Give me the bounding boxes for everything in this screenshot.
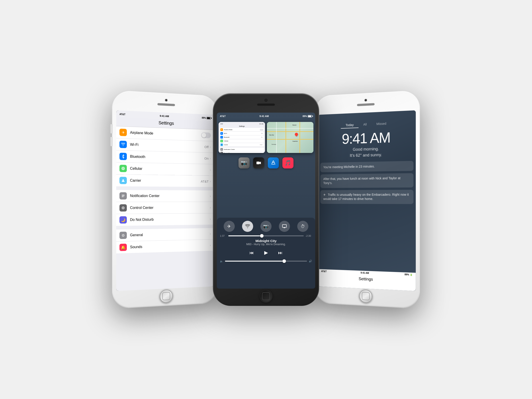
svg-point-2 — [123, 168, 123, 169]
notif-text-3: Traffic is unusually heavy on the Embarc… — [323, 193, 409, 201]
app-icon-camera[interactable]: 📷 — [239, 157, 250, 168]
screen-right: Today All Missed 9:41 AM Good morning.It… — [318, 110, 416, 291]
cc-airplay-btn[interactable] — [279, 221, 290, 232]
settings-section-system: Notification Center › — [116, 190, 214, 226]
notif-card-3: ✈ Traffic is unusually heavy on the Emba… — [320, 190, 413, 204]
general-icon: ⚙ — [120, 232, 127, 239]
cc-song-title: Midnight City — [220, 239, 312, 243]
svg-rect-9 — [256, 162, 260, 164]
app-icon-video[interactable] — [253, 157, 264, 168]
home-btn-right[interactable] — [359, 289, 372, 303]
bluetooth-label: Bluetooth — [130, 154, 205, 160]
app-thumb-settings[interactable]: AT&T9:41 AM Settings ✈ Airplane Mode — [219, 122, 265, 153]
app-icons-row: 📷 — [217, 156, 315, 170]
tab-all[interactable]: All — [358, 121, 372, 128]
battery-center: 89% — [303, 115, 312, 117]
carrier-left: AT&T — [120, 113, 126, 115]
app-thumb-maps[interactable]: Newark Palo Alto Cupertino Saratoga — [267, 122, 313, 153]
screen-left: AT&T 9:41 AM 89% Settings — [116, 110, 214, 291]
notif-center-chevron: › — [210, 194, 211, 198]
speaker-camera-left — [157, 98, 175, 106]
cc-play-btn[interactable]: ▶ — [260, 247, 272, 258]
home-btn-center[interactable] — [259, 290, 273, 303]
settings-section-network: ✈ Airplane Mode — [116, 126, 214, 187]
speaker-camera-right — [357, 98, 375, 106]
svg-rect-5 — [122, 196, 124, 196]
settings-item-carrier[interactable]: Carrier AT&T › — [116, 174, 214, 187]
bluetooth-icon — [120, 153, 127, 160]
mini-item-airplane: ✈ Airplane Mode — [219, 128, 264, 132]
cc-volume-row: 🔈 🔊 — [220, 260, 312, 263]
notif-text-1: You're meeting Michelle in 23 minutes. — [323, 165, 375, 169]
time-left: 9:41 AM — [160, 115, 169, 118]
general-chevron: › — [210, 232, 211, 235]
carrier-value: AT&T — [201, 179, 209, 183]
phone-left: AT&T 9:41 AM 89% Settings — [113, 93, 213, 306]
mini-item-notif: ≡ Notification Center › — [219, 148, 264, 151]
settings-item-sounds[interactable]: 🔔 Sounds › — [116, 239, 214, 253]
settings-item-general[interactable]: ⚙ General › — [116, 228, 214, 242]
settings-item-dnd[interactable]: 🌙 Do Not Disturb › — [116, 213, 214, 226]
wifi-label: Wi-Fi — [130, 143, 205, 149]
volume-up-left[interactable] — [110, 124, 112, 133]
cc-camera-btn[interactable]: 📷 — [260, 221, 272, 232]
cc-wifi-btn[interactable] — [242, 221, 253, 232]
cc-airplane-btn[interactable]: ✈ — [224, 221, 235, 232]
traffic-icon: ✈ — [323, 193, 326, 197]
settings-item-cellular[interactable]: Cellular › — [116, 163, 214, 176]
sounds-label: Sounds — [130, 243, 210, 249]
cc-rewind-btn[interactable]: ⏮ — [249, 250, 254, 255]
app-icon-appstore[interactable] — [268, 157, 279, 168]
battery-pct-center: 89% — [303, 115, 307, 117]
cc-song-artist: M83 - Hurry Up, We're Dreaming. — [220, 243, 312, 246]
notif-bottom-time: 9:41 AM — [361, 272, 369, 274]
camera-center — [265, 99, 267, 102]
notification-center-screen: Today All Missed 9:41 AM Good morning.It… — [318, 110, 416, 291]
wifi-chevron: › — [210, 145, 211, 149]
mini-status: AT&T9:41 AM — [219, 123, 264, 125]
dnd-label: Do Not Disturb — [130, 217, 210, 222]
cc-timer-btn[interactable]: ⏱ — [297, 221, 308, 232]
camera-left — [165, 99, 168, 102]
mini-item-carrier: 👤 Carrier AT&T › — [219, 143, 264, 147]
phone-center: AT&T 9:41 AM 89% — [213, 93, 319, 306]
cc-top-icons: ✈ 📷 — [220, 221, 312, 232]
notif-center-label: Notification Center — [130, 194, 210, 198]
settings-item-notif[interactable]: Notification Center › — [116, 190, 214, 202]
svg-point-8 — [123, 208, 123, 208]
airplane-toggle[interactable] — [201, 132, 211, 138]
mini-maps: Newark Palo Alto Cupertino Saratoga — [267, 122, 313, 153]
app-icon-music[interactable]: 🎵 — [282, 157, 293, 168]
notif-bottom-battery: 89% 🔋 — [405, 273, 412, 276]
mini-settings-title: Settings — [219, 125, 264, 128]
airplane-label: Airplane Mode — [130, 131, 201, 137]
settings-item-control[interactable]: Control Center › — [116, 202, 214, 214]
battery-pct-left: 89% — [202, 117, 206, 119]
carrier-label: Carrier — [130, 178, 201, 183]
speaker-right — [357, 103, 375, 106]
battery-icon-left — [207, 117, 211, 120]
home-btn-inner-right — [362, 292, 370, 300]
notif-bottom-bar: AT&T 9:41 AM 89% 🔋 Settings — [318, 269, 416, 291]
tab-missed[interactable]: Missed — [372, 120, 391, 127]
volume-down-left[interactable] — [110, 137, 112, 146]
cc-forward-btn[interactable]: ⏭ — [278, 250, 283, 255]
cc-volume-track[interactable] — [225, 261, 307, 262]
notif-greeting: Good morning.It's 62° and sunny. — [318, 145, 416, 159]
home-btn-left[interactable] — [160, 289, 173, 303]
cc-time-elapsed: 1:37 — [220, 234, 227, 237]
mini-toggle-airplane — [260, 129, 263, 131]
mini-item-cc: ⊙ Control Center › — [219, 151, 264, 153]
settings-item-bluetooth[interactable]: Bluetooth On › — [116, 150, 214, 164]
notif-display-time: 9:41 AM — [318, 129, 416, 147]
cc-scrubber-track[interactable] — [228, 235, 304, 236]
dnd-icon: 🌙 — [120, 216, 127, 224]
screen-center: AT&T 9:41 AM 89% — [217, 113, 315, 289]
tab-today[interactable]: Today — [341, 122, 358, 129]
general-label: General — [130, 232, 210, 237]
svg-rect-6 — [122, 197, 123, 197]
battery-icon-center — [308, 115, 312, 117]
phone-right: Today All Missed 9:41 AM Good morning.It… — [319, 93, 419, 306]
mini-item-bt: ⬡ Bluetooth On › — [219, 135, 264, 139]
carrier-chevron: › — [210, 180, 211, 183]
